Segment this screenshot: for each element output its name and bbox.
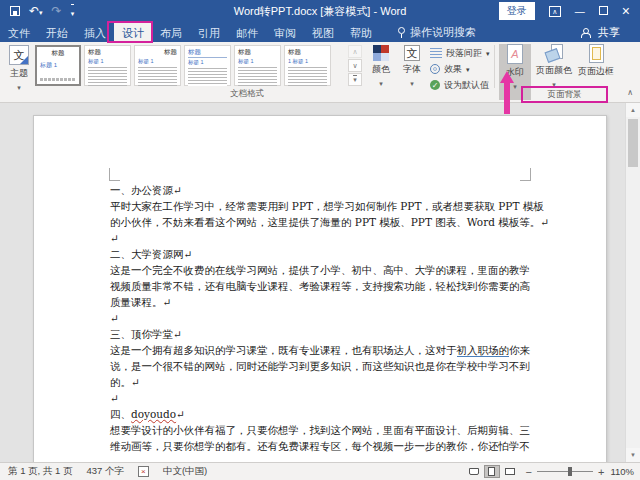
themes-button[interactable]: 文 主题 bbox=[5, 45, 33, 92]
watermark-icon: A bbox=[507, 44, 523, 64]
word-count[interactable]: 437 个字 bbox=[86, 465, 124, 478]
document-line: ↵ bbox=[110, 310, 536, 326]
margin-crop-mark-right bbox=[520, 168, 531, 181]
document-line: ↵ bbox=[110, 390, 536, 406]
ribbon-display-options-icon[interactable]: ∧ bbox=[549, 6, 561, 17]
gallery-scroll-down-icon[interactable] bbox=[348, 59, 362, 72]
gallery-more-icon[interactable] bbox=[348, 73, 362, 86]
title-bar: Word转PPT.docx [兼容模式] - Word 登录 ∧ bbox=[0, 0, 640, 22]
card-filler-text bbox=[138, 67, 177, 86]
view-shortcuts bbox=[466, 465, 518, 478]
login-button[interactable]: 登录 bbox=[499, 2, 535, 20]
maximize-button[interactable] bbox=[599, 5, 608, 17]
style-set-card[interactable]: 标题 标题 1 bbox=[84, 45, 131, 86]
customize-quick-access-icon[interactable] bbox=[71, 4, 75, 18]
document-line: 想要学设计的小伙伴有福了，只要你想学，找到这个网站，里面有平面设计、后期剪辑、三 bbox=[110, 422, 536, 438]
colors-icon bbox=[373, 45, 389, 61]
quick-access-toolbar bbox=[10, 4, 74, 18]
style-set-card[interactable]: 标题 标题 1 bbox=[134, 45, 181, 86]
search-icon bbox=[398, 27, 405, 34]
zoom-control: − + bbox=[526, 466, 605, 478]
menu-tab[interactable]: 视图 bbox=[304, 22, 342, 42]
undo-icon[interactable] bbox=[29, 4, 43, 18]
paragraph-spacing-button[interactable]: 段落间距 bbox=[430, 46, 490, 60]
menu-tab[interactable]: 审阅 bbox=[266, 22, 304, 42]
zoom-slider-thumb[interactable] bbox=[568, 467, 572, 476]
document-page[interactable]: 一、办公资源↵平时大家在工作学习中，经常需要用到 PPT，想学习如何制作 PPT… bbox=[33, 115, 607, 462]
fonts-icon: 文 bbox=[404, 45, 420, 61]
gallery-scroll-up-icon[interactable] bbox=[348, 45, 362, 58]
zoom-out-button[interactable]: − bbox=[526, 466, 532, 478]
proofing-status-icon[interactable] bbox=[138, 466, 149, 477]
print-layout-button[interactable] bbox=[484, 465, 500, 478]
colors-button[interactable]: 颜色 bbox=[366, 45, 396, 88]
document-line: 的小伙伴，不妨来看看这个网站，这里提供了海量的 PPT 模板、PPT 图表、Wo… bbox=[110, 214, 536, 230]
language-indicator[interactable]: 中文(中国) bbox=[163, 465, 207, 478]
paragraph-spacing-icon bbox=[430, 48, 442, 58]
web-layout-button[interactable] bbox=[502, 465, 518, 478]
chevron-down-icon bbox=[486, 48, 490, 58]
scroll-down-icon[interactable] bbox=[626, 448, 640, 462]
style-set-card[interactable]: 标题 标题 1 bbox=[234, 45, 281, 86]
chevron-down-icon bbox=[379, 78, 383, 88]
tell-me-search[interactable]: 操作说明搜索 bbox=[398, 22, 476, 42]
document-line: 这是一个完全不收费的在线学习网站，提供了小学、初中、高中、大学的课程，里面的教学 bbox=[110, 262, 536, 278]
share-label: 共享 bbox=[598, 25, 620, 40]
card-filler-text bbox=[288, 67, 327, 86]
style-set-card[interactable]: 标题 标题 1 bbox=[184, 45, 231, 86]
zoom-percentage[interactable]: 110% bbox=[610, 466, 634, 477]
person-icon bbox=[581, 28, 590, 37]
gallery-scroll-controls bbox=[348, 45, 362, 86]
document-line: 二、大学资源网↵ bbox=[110, 246, 536, 262]
minimize-button[interactable] bbox=[575, 5, 585, 17]
read-mode-button[interactable] bbox=[466, 465, 482, 478]
document-line: 一、办公资源↵ bbox=[110, 182, 536, 198]
document-line: 四、doyoudo↵ bbox=[110, 406, 536, 422]
document-line: 三、顶你学堂↵ bbox=[110, 326, 536, 342]
effects-icon bbox=[430, 64, 440, 74]
document-area: 一、办公资源↵平时大家在工作学习中，经常需要用到 PPT，想学习如何制作 PPT… bbox=[0, 103, 640, 462]
collapse-ribbon-icon[interactable] bbox=[627, 88, 633, 97]
style-set-card[interactable]: 标题 1 标题 1 bbox=[284, 45, 331, 86]
redo-icon[interactable] bbox=[52, 4, 62, 18]
menu-tab[interactable]: 开始 bbox=[38, 22, 76, 42]
themes-icon: 文 bbox=[9, 45, 29, 65]
save-icon[interactable] bbox=[10, 6, 20, 16]
menu-tab[interactable]: 帮助 bbox=[342, 22, 380, 42]
document-line: 这是一个拥有超多知识的学习课堂，既有专业课程，也有职场达人，这对于初入职场的你来 bbox=[110, 342, 536, 358]
ribbon: 文 主题 标题 标题 1 标题 标题 1 标题 标题 1 bbox=[0, 42, 640, 103]
word-window: Word转PPT.docx [兼容模式] - Word 登录 ∧ 文件开始插入设… bbox=[0, 0, 640, 480]
document-line: 维动画等，只要你想学的都有。还有免费课程专区，每个视频一步一步的教你，你还怕学不 bbox=[110, 438, 536, 454]
style-set-options: 标题 标题 1 标题 标题 1 标题 标题 1 标题 标题 1 bbox=[84, 45, 331, 86]
menu-tab[interactable]: 布局 bbox=[152, 22, 190, 42]
fonts-button[interactable]: 文 字体 bbox=[398, 45, 426, 88]
style-set-gallery: 标题 标题 1 标题 标题 1 标题 标题 1 标题 标题 1 bbox=[35, 45, 345, 86]
page-borders-icon bbox=[589, 44, 604, 63]
page-indicator[interactable]: 第 1 页, 共 1 页 bbox=[8, 465, 72, 478]
close-button[interactable] bbox=[622, 4, 630, 18]
ribbon-tab-row: 文件开始插入设计布局引用邮件审阅视图帮助 bbox=[0, 22, 640, 42]
zoom-in-button[interactable]: + bbox=[598, 466, 604, 478]
zoom-slider[interactable] bbox=[537, 471, 593, 472]
menu-tab[interactable]: 插入 bbox=[76, 22, 114, 42]
menu-tab[interactable]: 文件 bbox=[0, 22, 38, 42]
group-label-page-background: 页面背景 bbox=[548, 89, 582, 101]
document-line: 的。↵ bbox=[110, 374, 536, 390]
menu-tab[interactable]: 引用 bbox=[190, 22, 228, 42]
chevron-down-icon bbox=[410, 78, 414, 88]
menu-tab[interactable]: 设计 bbox=[114, 22, 152, 42]
vertical-scrollbar[interactable] bbox=[625, 103, 640, 462]
thumbnail-text-line bbox=[40, 78, 76, 81]
chevron-down-icon bbox=[466, 64, 470, 74]
group-separator bbox=[494, 45, 495, 88]
title-bar-controls: 登录 ∧ bbox=[499, 2, 640, 20]
menu-tab[interactable]: 邮件 bbox=[228, 22, 266, 42]
scroll-up-icon[interactable] bbox=[626, 103, 640, 117]
tell-me-label: 操作说明搜索 bbox=[410, 25, 476, 40]
share-button[interactable]: 共享 bbox=[581, 22, 640, 42]
scrollbar-thumb[interactable] bbox=[628, 119, 638, 167]
style-set-current[interactable]: 标题 标题 1 bbox=[35, 45, 81, 86]
effects-button[interactable]: 效果 bbox=[430, 62, 490, 76]
document-text[interactable]: 一、办公资源↵平时大家在工作学习中，经常需要用到 PPT，想学习如何制作 PPT… bbox=[110, 182, 536, 454]
group-label-document-formatting: 文档格式 bbox=[0, 88, 494, 100]
